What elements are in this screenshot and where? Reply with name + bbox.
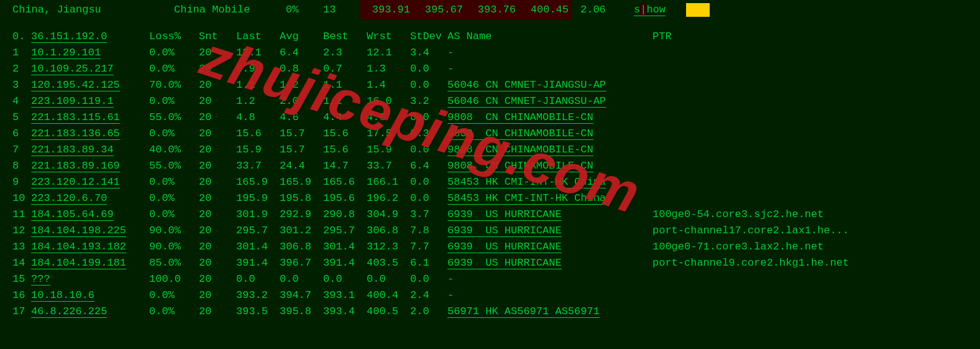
hop-avg: 6.4 [280,45,323,61]
hop-index: 2 [0,61,31,77]
hop-wrst: 16.0 [367,93,410,109]
hop-snt: 20 [199,45,236,61]
hop-ip-link[interactable]: 184.105.64.69 [31,208,114,221]
hop-ip-link[interactable]: 184.104.198.225 [31,225,126,237]
hop-as-link[interactable]: 6939 US HURRICANE [447,208,562,221]
hop-avg: 165.9 [280,174,323,190]
cursor-icon: | [640,4,646,16]
hop-best: 165.6 [323,174,367,190]
hop-ptr [653,77,980,93]
hop-wrst: 1.3 [367,61,410,77]
hop-avg: 24.4 [280,158,323,174]
hop-ip-link[interactable]: 10.1.29.101 [31,47,101,59]
hop-loss: 0.0% [149,61,199,77]
hop-avg: 395.8 [280,304,323,320]
hop-ip-link[interactable]: 184.104.193.182 [31,241,126,253]
hop-ip-link[interactable]: 221.183.89.34 [31,144,114,156]
hop-avg: 2.0 [280,93,323,109]
hop-wrst: 4.8 [367,109,410,126]
hop-loss: 0.0% [149,93,199,109]
hop-last: 33.7 [236,158,280,174]
hop-loss: 90.0% [149,239,199,255]
hop-as-link[interactable]: 6939 US HURRICANE [447,225,562,237]
hop-as-link[interactable]: 6939 US HURRICANE [447,257,562,269]
hop-best: 295.7 [323,223,367,239]
hop-ptr [653,126,980,142]
hop-best: 1.1 [323,77,367,93]
table-row: 6221.183.136.650.0%2015.615.715.617.50.3… [0,126,980,142]
hop-loss: 40.0% [149,142,199,158]
hop-ptr: port-channel9.core2.hkg1.he.net [653,255,980,271]
table-row: 110.1.29.1010.0%2012.16.42.312.13.4- [0,45,980,61]
col-wrst-header: Wrst [367,29,410,45]
lat1: 393.91 [360,0,413,20]
hop-as-link[interactable]: 9808 CN CHINAMOBILE-CN [447,160,593,172]
hop-index: 13 [0,239,31,255]
col-last-header: Last [236,29,280,45]
hop-as-link[interactable]: 9808 CN CHINAMOBILE-CN [447,128,593,140]
hop-ip-link[interactable]: 223.120.6.70 [31,192,107,205]
hop-ip: 223.120.12.141 [31,174,149,190]
hop-loss: 55.0% [149,109,199,126]
hop-ip-link[interactable]: ??? [31,273,50,286]
hop-ip-link[interactable]: 221.183.89.169 [31,160,120,172]
hop-loss: 70.0% [149,77,199,93]
hop-as: - [447,287,653,304]
hop-snt: 20 [199,190,236,207]
hop-snt: 20 [199,239,236,255]
col-ptr-header: PTR [653,29,980,45]
lat3: 393.76 [466,0,519,20]
show-link[interactable]: s|how [618,0,677,20]
hop-ptr [653,142,980,158]
table-row: 14184.104.199.18185.0%20391.4396.7391.44… [0,255,980,271]
hop-avg: 15.7 [280,142,323,158]
hop-as-link[interactable]: 6939 US HURRICANE [447,241,562,253]
hop-stdev: 0.0 [410,174,447,190]
hop-index: 7 [0,142,31,158]
hop-ip-link[interactable]: 46.8.226.225 [31,305,107,318]
hop-wrst: 166.1 [367,174,410,190]
hop-ptr [653,174,980,190]
hop-as: - [447,45,653,61]
hop-as-link[interactable]: 58453 HK CMI-INT-HK China [447,176,606,188]
hop-as-link[interactable]: 56046 CN CMNET-JIANGSU-AP [447,95,606,108]
hop-best: 301.4 [323,239,367,255]
hop-ip: 221.183.89.34 [31,142,149,158]
hop-as-link[interactable]: 56971 HK AS56971 AS56971 [447,305,600,318]
hop-avg: 0.0 [280,271,323,287]
hop-last: 301.4 [236,239,280,255]
hop-index: 5 [0,109,31,126]
hop-as: - [447,61,653,77]
hop-ip-link[interactable]: 221.183.136.65 [31,128,120,140]
hop-last: 1.1 [236,77,280,93]
hop-wrst: 403.5 [367,255,410,271]
hop-ip-link[interactable]: 221.183.115.61 [31,111,120,124]
hop-as: 6939 US HURRICANE [447,239,653,255]
col-idx-header: 0. [0,29,31,45]
hop-last: 165.9 [236,174,280,190]
table-row: 1610.18.10.60.0%20393.2394.7393.1400.42.… [0,287,980,304]
hop-best: 4.4 [323,109,367,126]
hop-best: 0.0 [323,271,367,287]
hop-ip-link[interactable]: 10.18.10.6 [31,289,94,302]
hop-as-link[interactable]: 56046 CN CMNET-JIANGSU-AP [447,79,606,91]
hop-loss: 90.0% [149,223,199,239]
hop-as-link[interactable]: 58453 HK CMI-INT-HK China [447,192,606,205]
hop-as: 58453 HK CMI-INT-HK China [447,190,653,207]
hop-ptr [653,158,980,174]
hop-ip-link[interactable]: 184.104.199.181 [31,257,126,269]
hop-ip-link[interactable]: 223.120.12.141 [31,176,120,188]
hop-last: 195.9 [236,190,280,207]
hop-as-link[interactable]: 9808 CN CHINAMOBILE-CN [447,144,593,156]
hop-stdev: 3.2 [410,93,447,109]
hop-stdev: 0.3 [410,126,447,142]
hop-index: 8 [0,158,31,174]
hop-ip: 184.104.193.182 [31,239,149,255]
hop-avg: 396.7 [280,255,323,271]
hop-as-link[interactable]: 9808 CN CHINAMOBILE-CN [447,111,593,124]
hop-ip-link[interactable]: 120.195.42.125 [31,79,120,91]
hop-ip-link[interactable]: 223.109.119.1 [31,95,114,108]
hop-as: 6939 US HURRICANE [447,207,653,223]
hop-ip-link[interactable]: 10.109.25.217 [31,63,114,75]
hop-index: 6 [0,126,31,142]
